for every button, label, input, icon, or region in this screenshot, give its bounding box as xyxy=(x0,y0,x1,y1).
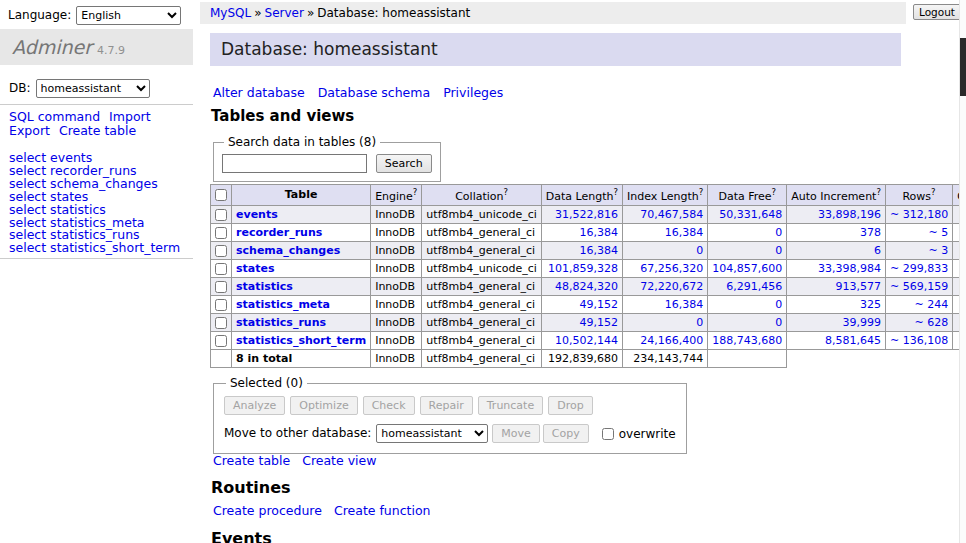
data-free-link[interactable]: 104,857,600 xyxy=(712,262,782,275)
data-length-link[interactable]: 101,859,328 xyxy=(548,262,618,275)
column-doc-link[interactable]: Auto Increment? xyxy=(791,190,881,203)
index-length-link[interactable]: 70,467,584 xyxy=(640,208,703,221)
search-button[interactable]: Search xyxy=(376,154,432,173)
check-button[interactable]: Check xyxy=(363,396,415,415)
db-action-privileges[interactable]: Privileges xyxy=(443,85,503,100)
table-name-link[interactable]: schema_changes xyxy=(236,244,340,257)
table-name-link[interactable]: recorder_runs xyxy=(236,226,322,239)
column-doc-link[interactable]: Index Length? xyxy=(627,190,703,203)
logout-button[interactable]: Logout xyxy=(913,4,961,20)
data-free-link[interactable]: 50,331,648 xyxy=(719,208,782,221)
sidebar-action-import[interactable]: Import xyxy=(109,109,151,124)
table-name-link[interactable]: statistics_short_term xyxy=(236,334,366,347)
data-free-link[interactable]: 6,291,456 xyxy=(726,280,782,293)
column-header-rows[interactable]: Rows? xyxy=(885,185,952,206)
adminer-logo-link[interactable]: Adminer xyxy=(12,36,92,58)
column-header-index-length[interactable]: Index Length? xyxy=(623,185,708,206)
row-select-checkbox[interactable] xyxy=(215,245,227,257)
index-length-link[interactable]: 16,384 xyxy=(665,298,704,311)
rows-link[interactable]: ~ 299,833 xyxy=(890,262,948,275)
index-length-link[interactable]: 0 xyxy=(696,244,703,257)
data-length-link[interactable]: 31,522,816 xyxy=(555,208,618,221)
create-procedure-link[interactable]: Create procedure xyxy=(213,503,322,518)
table-name-link[interactable]: events xyxy=(236,208,278,221)
db-action-database-schema[interactable]: Database schema xyxy=(318,85,430,100)
rows-link[interactable]: ~ 244 xyxy=(914,298,948,311)
table-name-link[interactable]: states xyxy=(236,262,275,275)
data-free-link[interactable]: 0 xyxy=(775,298,782,311)
data-length-link[interactable]: 16,384 xyxy=(580,226,619,239)
auto-increment-link[interactable]: 33,398,984 xyxy=(818,262,881,275)
data-length-link[interactable]: 16,384 xyxy=(580,244,619,257)
rows-link[interactable]: ~ 136,108 xyxy=(890,334,948,347)
row-select-checkbox[interactable] xyxy=(215,227,227,239)
scrollbar-thumb[interactable] xyxy=(960,38,966,96)
data-length-link[interactable]: 48,824,320 xyxy=(555,280,618,293)
data-length-link[interactable]: 49,152 xyxy=(580,298,619,311)
column-header-data-free[interactable]: Data Free? xyxy=(708,185,787,206)
row-select-checkbox[interactable] xyxy=(215,335,227,347)
auto-increment-link[interactable]: 33,898,196 xyxy=(818,208,881,221)
column-header-data-length[interactable]: Data Length? xyxy=(541,185,622,206)
repair-button[interactable]: Repair xyxy=(420,396,473,415)
create-view-link[interactable]: Create view xyxy=(302,453,376,468)
auto-increment-link[interactable]: 39,999 xyxy=(842,316,881,329)
row-select-checkbox[interactable] xyxy=(215,209,227,221)
sidebar-action-sql-command[interactable]: SQL command xyxy=(9,109,100,124)
column-header-engine[interactable]: Engine? xyxy=(371,185,422,206)
table-name-link[interactable]: statistics_meta xyxy=(236,298,330,311)
index-length-link[interactable]: 72,220,672 xyxy=(640,280,703,293)
db-action-alter-database[interactable]: Alter database xyxy=(213,85,305,100)
analyze-button[interactable]: Analyze xyxy=(224,396,285,415)
column-doc-link[interactable]: Data Length? xyxy=(546,190,618,203)
rows-link[interactable]: ~ 628 xyxy=(914,316,948,329)
rows-link[interactable]: ~ 312,180 xyxy=(890,208,948,221)
create-table-link[interactable]: Create table xyxy=(213,453,290,468)
column-doc-link[interactable]: Engine? xyxy=(375,190,417,203)
move-button[interactable]: Move xyxy=(492,424,540,443)
breadcrumb-mysql-link[interactable]: MySQL xyxy=(210,6,251,20)
search-input[interactable] xyxy=(222,154,367,173)
data-free-link[interactable]: 0 xyxy=(775,316,782,329)
index-length-link[interactable]: 24,166,400 xyxy=(640,334,703,347)
data-free-link[interactable]: 0 xyxy=(775,244,782,257)
row-select-checkbox[interactable] xyxy=(215,281,227,293)
rows-link[interactable]: ~ 569,159 xyxy=(890,280,948,293)
db-select[interactable]: homeassistant xyxy=(36,79,150,98)
table-name-link[interactable]: statistics xyxy=(236,280,293,293)
row-select-checkbox[interactable] xyxy=(215,317,227,329)
table-name-link[interactable]: statistics_runs xyxy=(236,316,326,329)
data-length-link[interactable]: 49,152 xyxy=(580,316,619,329)
optimize-button[interactable]: Optimize xyxy=(290,396,357,415)
create-function-link[interactable]: Create function xyxy=(334,503,431,518)
auto-increment-link[interactable]: 325 xyxy=(860,298,881,311)
overwrite-checkbox[interactable] xyxy=(602,428,614,440)
row-select-checkbox[interactable] xyxy=(215,299,227,311)
breadcrumb-server-link[interactable]: Server xyxy=(265,6,304,20)
rows-link[interactable]: ~ 5 xyxy=(928,226,948,239)
select-all-checkbox[interactable] xyxy=(215,189,227,201)
auto-increment-link[interactable]: 8,581,645 xyxy=(825,334,881,347)
data-length-link[interactable]: 10,502,144 xyxy=(555,334,618,347)
language-select[interactable]: English xyxy=(76,6,181,25)
column-doc-link[interactable]: Data Free? xyxy=(718,190,776,203)
column-doc-link[interactable]: Collation? xyxy=(455,190,508,203)
index-length-link[interactable]: 16,384 xyxy=(665,226,704,239)
sidebar-action-export[interactable]: Export xyxy=(9,123,50,138)
data-free-link[interactable]: 0 xyxy=(775,226,782,239)
row-select-checkbox[interactable] xyxy=(215,263,227,275)
sidebar-action-create-table[interactable]: Create table xyxy=(59,123,136,138)
auto-increment-link[interactable]: 6 xyxy=(874,244,881,257)
column-header-collation[interactable]: Collation? xyxy=(422,185,541,206)
auto-increment-link[interactable]: 913,577 xyxy=(835,280,881,293)
index-length-link[interactable]: 67,256,320 xyxy=(640,262,703,275)
copy-button[interactable]: Copy xyxy=(543,424,589,443)
rows-link[interactable]: ~ 3 xyxy=(928,244,948,257)
truncate-button[interactable]: Truncate xyxy=(478,396,543,415)
auto-increment-link[interactable]: 378 xyxy=(860,226,881,239)
column-header-auto-increment[interactable]: Auto Increment? xyxy=(787,185,886,206)
sidebar-table-link[interactable]: select statistics_short_term xyxy=(9,242,180,255)
column-doc-link[interactable]: Rows? xyxy=(902,190,935,203)
data-free-link[interactable]: 188,743,680 xyxy=(712,334,782,347)
move-database-select[interactable]: homeassistant xyxy=(376,424,488,443)
